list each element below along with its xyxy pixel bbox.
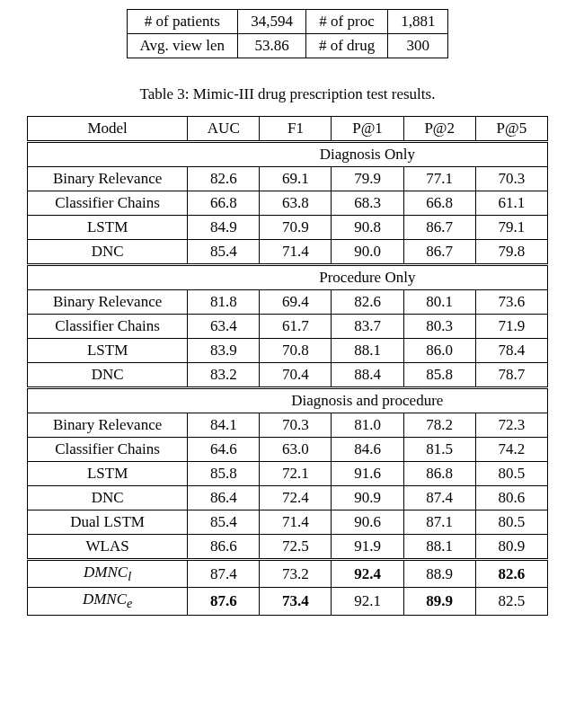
cell: 79.8	[475, 240, 547, 265]
model-cell: Classifier Chains	[28, 191, 188, 216]
cell: # of patients	[127, 10, 238, 34]
cell: 80.3	[403, 315, 475, 339]
col-model: Model	[28, 117, 188, 142]
cell: 64.6	[188, 438, 260, 462]
cell: 80.5	[475, 510, 547, 535]
cell: 71.9	[475, 315, 547, 339]
cell: # of proc	[305, 10, 387, 34]
cell: 81.5	[403, 438, 475, 462]
empty-cell	[28, 142, 188, 167]
table-row: DMNCe 87.6 73.4 92.1 89.9 82.5	[28, 588, 548, 615]
cell: 79.9	[332, 167, 403, 191]
cell: 71.4	[260, 510, 332, 535]
cell: 78.7	[475, 363, 547, 388]
cell: 91.9	[332, 535, 403, 560]
cell: 63.0	[260, 438, 332, 462]
cell: 78.4	[475, 339, 547, 363]
table-row: # of patients 34,594 # of proc 1,881	[127, 10, 448, 34]
cell: 70.8	[260, 339, 332, 363]
cell: 84.9	[188, 216, 260, 240]
cell: 83.9	[188, 339, 260, 363]
model-cell: WLAS	[28, 535, 188, 560]
cell: 85.8	[403, 363, 475, 388]
cell: 72.1	[260, 462, 332, 486]
cell: 88.9	[403, 560, 475, 588]
model-cell: Classifier Chains	[28, 315, 188, 339]
section-label: Diagnosis Only	[188, 142, 548, 167]
section-header: Diagnosis Only	[28, 142, 548, 167]
section-label: Procedure Only	[188, 265, 548, 290]
cell: 72.3	[475, 413, 547, 438]
cell: 80.9	[475, 535, 547, 560]
table-row: LSTM84.970.990.886.779.1	[28, 216, 548, 240]
table-caption: Table 3: Mimic-III drug prescription tes…	[27, 85, 548, 103]
model-cell: DNC	[28, 486, 188, 510]
table-row: DMNCl 87.4 73.2 92.4 88.9 82.6	[28, 560, 548, 588]
cell: 92.4	[332, 560, 403, 588]
model-cell: LSTM	[28, 339, 188, 363]
cell: 72.4	[260, 486, 332, 510]
table-row: DNC83.270.488.485.878.7	[28, 363, 548, 388]
cell: 70.3	[475, 167, 547, 191]
table-row: LSTM83.970.888.186.078.4	[28, 339, 548, 363]
cell: 82.6	[188, 167, 260, 191]
cell: 89.9	[403, 588, 475, 615]
cell: 90.0	[332, 240, 403, 265]
model-cell: Binary Relevance	[28, 167, 188, 191]
cell: 82.6	[475, 560, 547, 588]
cell: 73.4	[260, 588, 332, 615]
cell: 73.2	[260, 560, 332, 588]
cell: Avg. view len	[127, 34, 238, 58]
cell: 77.1	[403, 167, 475, 191]
cell: 86.8	[403, 462, 475, 486]
cell: 85.4	[188, 240, 260, 265]
col-p1: P@1	[332, 117, 403, 142]
cell: 90.9	[332, 486, 403, 510]
model-cell: DMNCe	[28, 588, 188, 615]
table-row: Binary Relevance84.170.381.078.272.3	[28, 413, 548, 438]
cell: 91.6	[332, 462, 403, 486]
cell: 88.1	[403, 535, 475, 560]
cell: 86.0	[403, 339, 475, 363]
cell: 87.1	[403, 510, 475, 535]
results-table: Model AUC F1 P@1 P@2 P@5 Diagnosis Only …	[27, 116, 548, 616]
cell: 79.1	[475, 216, 547, 240]
cell: # of drug	[305, 34, 387, 58]
cell: 90.8	[332, 216, 403, 240]
cell: 71.4	[260, 240, 332, 265]
cell: 66.8	[403, 191, 475, 216]
cell: 85.4	[188, 510, 260, 535]
cell: 81.0	[332, 413, 403, 438]
cell: 90.6	[332, 510, 403, 535]
cell: 83.7	[332, 315, 403, 339]
cell: 81.8	[188, 290, 260, 315]
cell: 70.9	[260, 216, 332, 240]
model-cell: Binary Relevance	[28, 413, 188, 438]
section-label: Diagnosis and procedure	[188, 388, 548, 413]
cell: 82.5	[475, 588, 547, 615]
table-row: Binary Relevance82.669.179.977.170.3	[28, 167, 548, 191]
cell: 86.4	[188, 486, 260, 510]
model-cell: DNC	[28, 240, 188, 265]
table-row: DNC86.472.490.987.480.6	[28, 486, 548, 510]
table-row: Classifier Chains66.863.868.366.861.1	[28, 191, 548, 216]
cell: 88.1	[332, 339, 403, 363]
cell: 84.6	[332, 438, 403, 462]
cell: 68.3	[332, 191, 403, 216]
cell: 80.1	[403, 290, 475, 315]
cell: 83.2	[188, 363, 260, 388]
cell: 87.4	[188, 560, 260, 588]
header-row: Model AUC F1 P@1 P@2 P@5	[28, 117, 548, 142]
col-p2: P@2	[403, 117, 475, 142]
model-cell: Dual LSTM	[28, 510, 188, 535]
table-row: DNC85.471.490.086.779.8	[28, 240, 548, 265]
cell: 69.4	[260, 290, 332, 315]
cell: 92.1	[332, 588, 403, 615]
cell: 53.86	[238, 34, 306, 58]
cell: 300	[388, 34, 448, 58]
model-cell: DNC	[28, 363, 188, 388]
model-cell: Binary Relevance	[28, 290, 188, 315]
cell: 63.4	[188, 315, 260, 339]
cell: 69.1	[260, 167, 332, 191]
empty-cell	[28, 388, 188, 413]
